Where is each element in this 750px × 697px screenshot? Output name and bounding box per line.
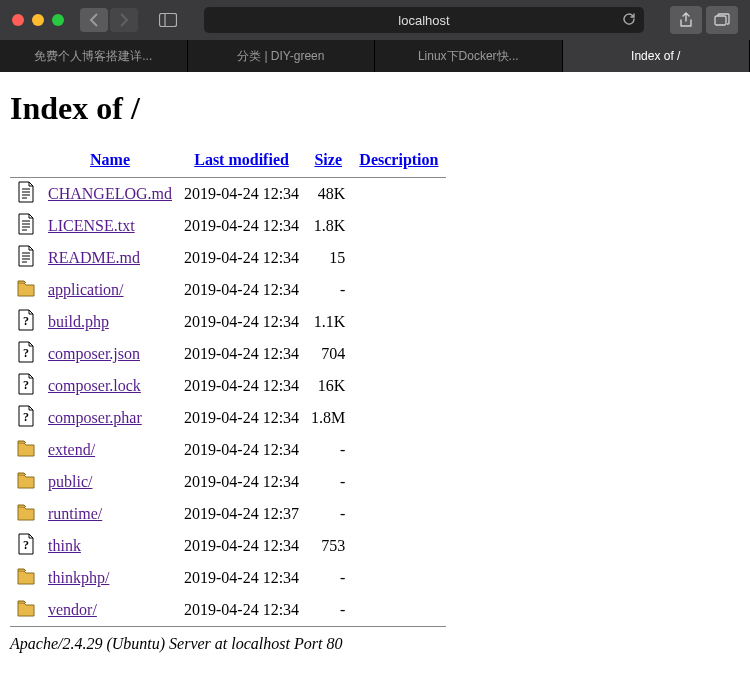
file-name-cell: composer.phar	[42, 402, 178, 434]
file-link[interactable]: think	[48, 537, 81, 554]
page-title: Index of /	[10, 90, 740, 127]
file-icon-cell	[10, 210, 42, 242]
header-name: Name	[42, 147, 178, 177]
file-description-cell	[351, 498, 446, 530]
file-name-cell: CHANGELOG.md	[42, 178, 178, 210]
sort-name-link[interactable]: Name	[90, 151, 130, 168]
nav-buttons	[80, 8, 138, 32]
file-icon-cell	[10, 338, 42, 370]
file-name-cell: vendor/	[42, 594, 178, 626]
file-description-cell	[351, 210, 446, 242]
sidebar-toggle-button[interactable]	[154, 8, 182, 32]
tabs-icon	[714, 13, 730, 27]
file-row: composer.phar2019-04-24 12:341.8M	[10, 402, 446, 434]
file-size-cell: 1.1K	[305, 306, 351, 338]
file-modified-cell: 2019-04-24 12:34	[178, 594, 305, 626]
file-row: application/2019-04-24 12:34-	[10, 274, 446, 306]
header-modified: Last modified	[178, 147, 305, 177]
file-link[interactable]: README.md	[48, 249, 140, 266]
show-tabs-button[interactable]	[706, 6, 738, 34]
back-button[interactable]	[80, 8, 108, 32]
unknown-file-icon	[16, 373, 36, 395]
file-icon-cell	[10, 466, 42, 498]
file-icon-cell	[10, 306, 42, 338]
forward-button[interactable]	[110, 8, 138, 32]
sort-modified-link[interactable]: Last modified	[194, 151, 289, 168]
file-size-cell: 48K	[305, 178, 351, 210]
file-modified-cell: 2019-04-24 12:34	[178, 274, 305, 306]
file-link[interactable]: runtime/	[48, 505, 102, 522]
browser-tab[interactable]: Index of /	[563, 40, 751, 72]
file-icon-cell	[10, 242, 42, 274]
folder-icon	[16, 597, 36, 619]
file-modified-cell: 2019-04-24 12:34	[178, 242, 305, 274]
file-icon-cell	[10, 498, 42, 530]
file-icon-cell	[10, 530, 42, 562]
window-zoom-button[interactable]	[52, 14, 64, 26]
text-file-icon	[16, 213, 36, 235]
browser-tab[interactable]: 分类 | DIY-green	[188, 40, 376, 72]
file-description-cell	[351, 594, 446, 626]
file-name-cell: composer.lock	[42, 370, 178, 402]
svg-rect-2	[715, 16, 726, 25]
file-description-cell	[351, 466, 446, 498]
reload-button[interactable]	[622, 12, 636, 29]
file-size-cell: -	[305, 466, 351, 498]
file-name-cell: runtime/	[42, 498, 178, 530]
url-text: localhost	[398, 13, 449, 28]
file-link[interactable]: LICENSE.txt	[48, 217, 135, 234]
file-modified-cell: 2019-04-24 12:34	[178, 306, 305, 338]
tab-bar: 免费个人博客搭建详...分类 | DIY-greenLinux下Docker快.…	[0, 40, 750, 72]
file-modified-cell: 2019-04-24 12:34	[178, 370, 305, 402]
file-row: LICENSE.txt2019-04-24 12:341.8K	[10, 210, 446, 242]
share-icon	[679, 12, 693, 28]
text-file-icon	[16, 245, 36, 267]
text-file-icon	[16, 181, 36, 203]
browser-tab[interactable]: Linux下Docker快...	[375, 40, 563, 72]
unknown-file-icon	[16, 405, 36, 427]
svg-rect-0	[160, 14, 177, 27]
file-name-cell: README.md	[42, 242, 178, 274]
unknown-file-icon	[16, 533, 36, 555]
file-icon-cell	[10, 562, 42, 594]
file-row: build.php2019-04-24 12:341.1K	[10, 306, 446, 338]
url-bar[interactable]: localhost	[204, 7, 644, 33]
file-description-cell	[351, 178, 446, 210]
file-icon-cell	[10, 370, 42, 402]
file-modified-cell: 2019-04-24 12:34	[178, 402, 305, 434]
directory-listing-table: Name Last modified Size Description CHAN…	[10, 147, 446, 627]
file-link[interactable]: build.php	[48, 313, 109, 330]
file-size-cell: -	[305, 562, 351, 594]
file-row: composer.lock2019-04-24 12:3416K	[10, 370, 446, 402]
file-link[interactable]: vendor/	[48, 601, 97, 618]
file-modified-cell: 2019-04-24 12:34	[178, 530, 305, 562]
file-link[interactable]: CHANGELOG.md	[48, 185, 172, 202]
browser-tab[interactable]: 免费个人博客搭建详...	[0, 40, 188, 72]
file-link[interactable]: extend/	[48, 441, 95, 458]
file-link[interactable]: application/	[48, 281, 124, 298]
file-modified-cell: 2019-04-24 12:34	[178, 466, 305, 498]
file-description-cell	[351, 530, 446, 562]
file-modified-cell: 2019-04-24 12:34	[178, 562, 305, 594]
file-name-cell: extend/	[42, 434, 178, 466]
file-link[interactable]: composer.lock	[48, 377, 141, 394]
folder-icon	[16, 277, 36, 299]
sort-size-link[interactable]: Size	[314, 151, 342, 168]
file-icon-cell	[10, 594, 42, 626]
window-minimize-button[interactable]	[32, 14, 44, 26]
share-button[interactable]	[670, 6, 702, 34]
folder-icon	[16, 565, 36, 587]
file-row: public/2019-04-24 12:34-	[10, 466, 446, 498]
file-link[interactable]: public/	[48, 473, 92, 490]
file-link[interactable]: thinkphp/	[48, 569, 109, 586]
page-content: Index of / Name Last modified Size Descr…	[0, 72, 750, 661]
folder-icon	[16, 469, 36, 491]
window-close-button[interactable]	[12, 14, 24, 26]
file-name-cell: public/	[42, 466, 178, 498]
unknown-file-icon	[16, 309, 36, 331]
sort-description-link[interactable]: Description	[359, 151, 438, 168]
file-link[interactable]: composer.json	[48, 345, 140, 362]
file-row: composer.json2019-04-24 12:34704	[10, 338, 446, 370]
file-link[interactable]: composer.phar	[48, 409, 142, 426]
chevron-right-icon	[119, 13, 129, 27]
